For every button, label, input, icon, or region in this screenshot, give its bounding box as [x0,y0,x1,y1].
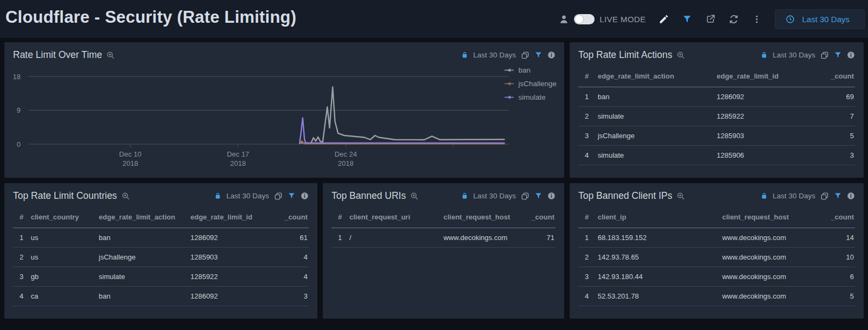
panel-title: Rate Limit Over Time [13,49,102,61]
panel-title: Top Rate Limit Countries [13,190,117,202]
table-cell: 69 [805,87,855,106]
column-header: edge_rate_limit_action [598,67,717,87]
column-header: _count [805,208,855,228]
share-button[interactable] [705,14,716,24]
ips-table: #client_ipclient_request_host_count168.1… [578,208,855,306]
toggle-knob [575,15,583,23]
table-row[interactable]: 168.183.159.152www.decokings.com14 [578,228,855,247]
table-cell: 1285903 [717,126,805,145]
table-row[interactable]: 3142.93.180.44www.decokings.com6 [578,267,855,286]
chart-legend: banjsChallengesimulate [505,66,557,101]
column-header: edge_rate_limit_id [717,67,805,87]
table-cell: 3 [578,267,598,286]
table-cell: www.decokings.com [722,267,805,286]
legend-label: ban [518,66,531,74]
table-cell: 1285906 [717,145,805,165]
legend-label: simulate [518,93,545,101]
table-cell: 1286092 [190,228,264,247]
copy-icon[interactable] [521,51,529,60]
lock-icon [461,192,468,199]
copy-icon[interactable] [274,192,283,200]
column-header: # [578,67,598,87]
countries-table: #client_countryedge_rate_limit_actionedg… [13,208,309,306]
page-title: Cloudflare - Security (Rate Limiting) [5,8,296,27]
table-cell: 2 [13,247,31,267]
panel-controls: Last 30 Days [461,51,556,60]
table-row[interactable]: 3gbsimulate12859224 [13,267,309,286]
info-icon[interactable] [547,51,556,59]
filter-icon[interactable] [534,51,542,59]
table-row[interactable]: 4caban12860923 [13,286,309,306]
edit-button[interactable] [659,14,669,24]
uris-table: #client_request_uriclient_request_host_c… [331,208,556,248]
table-cell: simulate [598,106,717,126]
copy-icon[interactable] [820,51,829,60]
table-row[interactable]: 1/www.decokings.com71 [331,228,556,247]
column-header: # [578,208,598,228]
table-row[interactable]: 2142.93.78.65www.decokings.com10 [578,247,855,267]
table-cell: 1286092 [717,87,805,106]
table-row[interactable]: 4simulate12859063 [578,145,855,165]
copy-icon[interactable] [521,192,529,200]
panel-controls: Last 30 Days [761,51,855,60]
legend-marker [505,81,514,86]
filter-icon[interactable] [834,51,842,59]
filter-icon[interactable] [834,192,842,200]
info-icon[interactable] [847,192,855,200]
zoom-in-icon[interactable] [106,51,115,60]
table-row[interactable]: 452.53.201.78www.decokings.com5 [578,286,855,306]
zoom-in-icon[interactable] [122,192,130,200]
table-cell: 10 [805,247,855,267]
table-row[interactable]: 2usjsChallenge12859034 [13,247,309,267]
actions-table: #edge_rate_limit_actionedge_rate_limit_i… [578,67,855,165]
info-icon[interactable] [847,51,855,59]
panel-rate-limit-over-time: Rate Limit Over Time Last 30 Days [4,42,564,178]
table-cell: us [31,247,99,267]
table-cell: 7 [805,106,855,126]
filter-icon[interactable] [534,192,542,200]
table-cell: jsChallenge [99,247,190,267]
column-header: client_request_uri [349,208,443,228]
refresh-button[interactable] [729,14,739,24]
table-cell: 68.183.159.152 [598,228,723,247]
panel-top-banned-client-ips: Top Banned Client IPs Last 30 Days [570,183,864,319]
legend-item-simulate[interactable]: simulate [505,93,557,101]
panel-time-range: Last 30 Days [773,51,815,59]
table-cell: 14 [805,228,855,247]
table-cell: 1 [578,228,598,247]
info-icon[interactable] [547,192,556,200]
table-cell: 71 [515,228,556,247]
panel-header: Top Rate Limit Actions Last 30 Days [570,42,864,64]
filter-icon[interactable] [288,192,296,200]
live-mode-cluster: LIVE MODE [559,14,646,24]
legend-item-ban[interactable]: ban [505,66,557,74]
table-cell: 1285922 [717,106,805,126]
table-row[interactable]: 3jsChallenge12859035 [578,126,855,145]
table-cell: jsChallenge [598,126,717,145]
table-row[interactable]: 1usban128609261 [13,228,309,247]
zoom-in-icon[interactable] [676,51,685,60]
table-row[interactable]: 1ban128609269 [578,87,855,106]
table-cell: 2 [578,106,598,126]
column-header: client_request_host [722,208,805,228]
svg-text:2018: 2018 [338,159,354,167]
zoom-in-icon[interactable] [676,192,685,200]
table-row[interactable]: 2simulate12859227 [578,106,855,126]
table-cell: 1286092 [190,286,264,306]
table-cell: 3 [13,267,31,286]
time-range-button[interactable]: Last 30 Days [775,9,865,29]
copy-icon[interactable] [820,192,829,200]
zoom-in-icon[interactable] [410,192,419,200]
legend-item-jsChallenge[interactable]: jsChallenge [505,80,557,88]
panel-time-range: Last 30 Days [473,51,516,59]
svg-text:Dec 17: Dec 17 [227,150,249,158]
filter-button[interactable] [682,14,692,24]
panel-top-rate-limit-actions: Top Rate Limit Actions Last 30 Days [570,42,864,178]
info-icon[interactable] [301,192,309,200]
live-mode-toggle[interactable] [574,14,595,24]
panel-controls: Last 30 Days [761,192,855,200]
kebab-menu-button[interactable] [752,14,762,24]
panel-time-range: Last 30 Days [226,192,269,200]
table-header-row: #client_request_uriclient_request_host_c… [331,208,556,228]
legend-label: jsChallenge [518,80,557,88]
